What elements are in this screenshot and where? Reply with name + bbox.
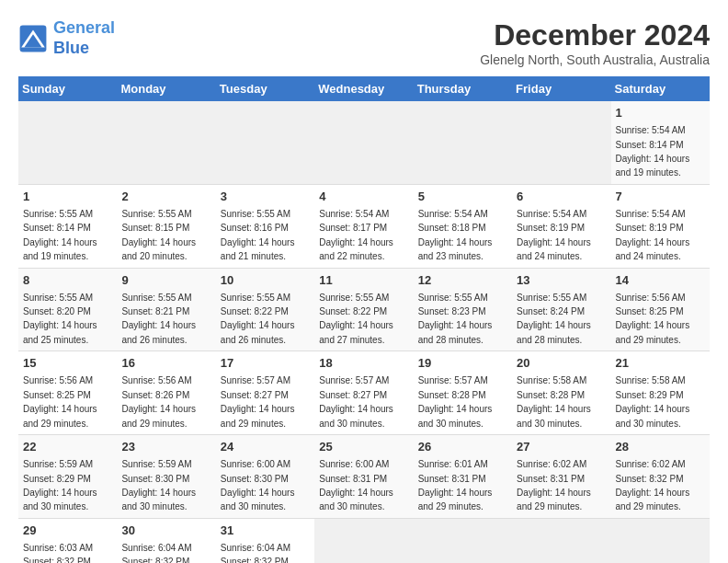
calendar-cell: 9 Sunrise: 5:55 AMSunset: 8:21 PMDayligh… [117, 268, 215, 351]
weekday-header-monday: Monday [117, 76, 215, 101]
day-number: 3 [221, 189, 310, 205]
calendar-cell: 11 Sunrise: 5:55 AMSunset: 8:22 PMDaylig… [314, 268, 413, 351]
day-number: 1 [23, 189, 112, 205]
day-info: Sunrise: 6:00 AMSunset: 8:31 PMDaylight:… [319, 459, 393, 511]
calendar-cell: 6 Sunrise: 5:54 AMSunset: 8:19 PMDayligh… [512, 184, 610, 268]
day-info: Sunrise: 5:55 AMSunset: 8:16 PMDaylight:… [221, 209, 295, 261]
day-number: 30 [121, 523, 210, 539]
calendar-cell [414, 101, 512, 184]
day-info: Sunrise: 5:59 AMSunset: 8:29 PMDaylight:… [23, 459, 97, 511]
weekday-header-saturday: Saturday [611, 76, 710, 101]
day-info: Sunrise: 6:04 AMSunset: 8:32 PMDaylight:… [221, 543, 295, 563]
day-info: Sunrise: 5:58 AMSunset: 8:28 PMDaylight:… [517, 375, 591, 428]
day-info: Sunrise: 5:54 AMSunset: 8:14 PMDaylight:… [616, 125, 690, 178]
day-info: Sunrise: 5:56 AMSunset: 8:25 PMDaylight:… [616, 293, 690, 345]
calendar-cell: 24 Sunrise: 6:00 AMSunset: 8:30 PMDaylig… [216, 435, 314, 519]
page-header: General Blue December 2024 Glenelg North… [18, 18, 710, 67]
day-number: 23 [121, 439, 210, 455]
location: Glenelg North, South Australia, Australi… [480, 52, 710, 67]
calendar-week-row: 8 Sunrise: 5:55 AMSunset: 8:20 PMDayligh… [18, 268, 710, 351]
day-number: 28 [616, 439, 705, 455]
calendar-cell: 2 Sunrise: 5:55 AMSunset: 8:15 PMDayligh… [117, 184, 215, 268]
day-number: 12 [418, 272, 507, 289]
calendar-cell [512, 518, 610, 563]
day-number: 8 [23, 272, 112, 289]
calendar-cell: 13 Sunrise: 5:55 AMSunset: 8:24 PMDaylig… [512, 268, 610, 351]
weekday-header-wednesday: Wednesday [314, 76, 413, 101]
day-info: Sunrise: 6:04 AMSunset: 8:32 PMDaylight:… [121, 543, 196, 563]
calendar-cell: 19 Sunrise: 5:57 AMSunset: 8:28 PMDaylig… [414, 351, 512, 435]
calendar-cell: 21 Sunrise: 5:58 AMSunset: 8:29 PMDaylig… [611, 351, 710, 435]
day-number: 31 [221, 523, 310, 539]
title-block: December 2024 Glenelg North, South Austr… [480, 18, 710, 67]
day-info: Sunrise: 5:56 AMSunset: 8:26 PMDaylight:… [121, 375, 196, 428]
calendar-week-row: 29 Sunrise: 6:03 AMSunset: 8:32 PMDaylig… [18, 518, 710, 563]
logo-text: General Blue [53, 18, 115, 58]
calendar-cell [512, 101, 610, 184]
day-info: Sunrise: 5:59 AMSunset: 8:30 PMDaylight:… [121, 459, 196, 511]
calendar-cell: 4 Sunrise: 5:54 AMSunset: 8:17 PMDayligh… [314, 184, 413, 268]
day-number: 6 [517, 189, 606, 205]
day-info: Sunrise: 5:55 AMSunset: 8:15 PMDaylight:… [121, 209, 196, 261]
calendar-cell [414, 518, 512, 563]
day-number: 21 [616, 355, 705, 372]
day-info: Sunrise: 5:55 AMSunset: 8:24 PMDaylight:… [517, 293, 591, 345]
day-info: Sunrise: 5:57 AMSunset: 8:27 PMDaylight:… [319, 375, 393, 428]
day-number: 20 [517, 355, 606, 372]
day-number: 5 [418, 189, 507, 205]
calendar-cell: 7 Sunrise: 5:54 AMSunset: 8:19 PMDayligh… [611, 184, 710, 268]
day-number: 17 [221, 355, 310, 372]
calendar-cell: 25 Sunrise: 6:00 AMSunset: 8:31 PMDaylig… [314, 435, 413, 519]
calendar-cell [314, 101, 413, 184]
day-number: 26 [418, 439, 507, 455]
weekday-header-tuesday: Tuesday [216, 76, 314, 101]
weekday-header-row: SundayMondayTuesdayWednesdayThursdayFrid… [18, 76, 710, 101]
day-info: Sunrise: 6:02 AMSunset: 8:31 PMDaylight:… [517, 459, 591, 511]
calendar-table: SundayMondayTuesdayWednesdayThursdayFrid… [18, 76, 710, 563]
day-number: 4 [319, 189, 408, 205]
calendar-cell [314, 518, 413, 563]
day-info: Sunrise: 5:54 AMSunset: 8:18 PMDaylight:… [418, 209, 493, 261]
calendar-cell: 1 Sunrise: 5:55 AMSunset: 8:14 PMDayligh… [18, 184, 117, 268]
day-number: 18 [319, 355, 408, 372]
day-info: Sunrise: 5:54 AMSunset: 8:19 PMDaylight:… [517, 209, 591, 261]
day-number: 19 [418, 355, 507, 372]
day-number: 2 [121, 189, 210, 205]
weekday-header-sunday: Sunday [18, 76, 117, 101]
day-number: 24 [221, 439, 310, 455]
day-info: Sunrise: 5:57 AMSunset: 8:28 PMDaylight:… [418, 375, 493, 428]
day-info: Sunrise: 5:55 AMSunset: 8:23 PMDaylight:… [418, 293, 493, 345]
logo-icon [18, 24, 48, 53]
day-info: Sunrise: 6:02 AMSunset: 8:32 PMDaylight:… [616, 459, 690, 511]
day-number: 29 [23, 523, 112, 539]
calendar-cell: 10 Sunrise: 5:55 AMSunset: 8:22 PMDaylig… [216, 268, 314, 351]
day-info: Sunrise: 5:58 AMSunset: 8:29 PMDaylight:… [616, 375, 690, 428]
calendar-cell: 27 Sunrise: 6:02 AMSunset: 8:31 PMDaylig… [512, 435, 610, 519]
calendar-cell: 20 Sunrise: 5:58 AMSunset: 8:28 PMDaylig… [512, 351, 610, 435]
day-info: Sunrise: 5:54 AMSunset: 8:17 PMDaylight:… [319, 209, 393, 261]
day-number: 13 [517, 272, 606, 289]
month-title: December 2024 [480, 18, 710, 52]
calendar-cell: 3 Sunrise: 5:55 AMSunset: 8:16 PMDayligh… [216, 184, 314, 268]
calendar-cell: 8 Sunrise: 5:55 AMSunset: 8:20 PMDayligh… [18, 268, 117, 351]
day-number: 1 [616, 105, 705, 121]
calendar-cell [18, 101, 117, 184]
calendar-cell: 5 Sunrise: 5:54 AMSunset: 8:18 PMDayligh… [414, 184, 512, 268]
calendar-cell: 28 Sunrise: 6:02 AMSunset: 8:32 PMDaylig… [611, 435, 710, 519]
day-number: 11 [319, 272, 408, 289]
calendar-cell: 15 Sunrise: 5:56 AMSunset: 8:25 PMDaylig… [18, 351, 117, 435]
calendar-cell [216, 101, 314, 184]
day-info: Sunrise: 5:56 AMSunset: 8:25 PMDaylight:… [23, 375, 97, 428]
calendar-cell: 31 Sunrise: 6:04 AMSunset: 8:32 PMDaylig… [216, 518, 314, 563]
calendar-cell: 14 Sunrise: 5:56 AMSunset: 8:25 PMDaylig… [611, 268, 710, 351]
day-number: 15 [23, 355, 112, 372]
day-info: Sunrise: 5:55 AMSunset: 8:14 PMDaylight:… [23, 209, 97, 261]
day-number: 27 [517, 439, 606, 455]
logo: General Blue [18, 18, 115, 58]
calendar-cell: 18 Sunrise: 5:57 AMSunset: 8:27 PMDaylig… [314, 351, 413, 435]
calendar-cell: 23 Sunrise: 5:59 AMSunset: 8:30 PMDaylig… [117, 435, 215, 519]
day-number: 7 [616, 189, 705, 205]
day-number: 10 [221, 272, 310, 289]
day-info: Sunrise: 5:57 AMSunset: 8:27 PMDaylight:… [221, 375, 295, 428]
calendar-cell: 17 Sunrise: 5:57 AMSunset: 8:27 PMDaylig… [216, 351, 314, 435]
